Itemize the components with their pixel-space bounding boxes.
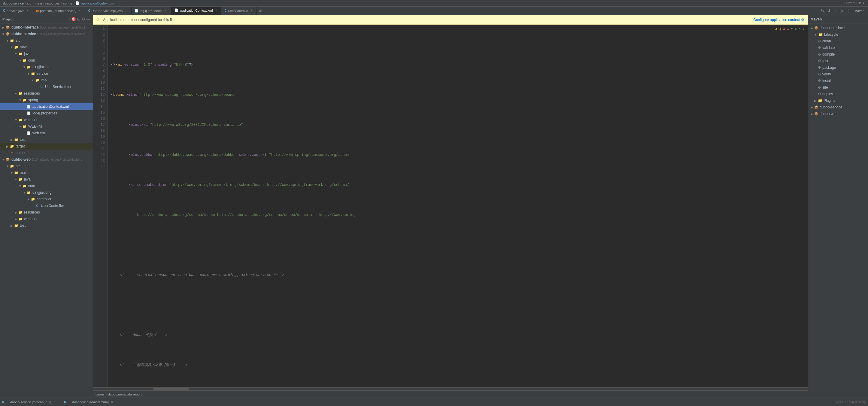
tree-arrow-webapp[interactable]: ▼ <box>14 118 18 122</box>
tab-action-download[interactable]: ⬇ <box>827 8 832 14</box>
tree-item-web-dingjiaxiong[interactable]: ▼ 📁 dingjiaxiong <box>0 189 93 196</box>
tree-item-target[interactable]: ▶ 📁 target <box>0 143 93 150</box>
tree-item-web-webapp[interactable]: ▶ 📁 webapp <box>0 216 93 222</box>
sidebar-btn-collapse[interactable]: ⊟ <box>77 17 81 21</box>
maven-header[interactable]: Maven <box>808 15 868 24</box>
toolbar-scope[interactable]: Current File ▾ <box>844 1 864 5</box>
tree-item-dingjiaxiong[interactable]: ▼ 📁 dingjiaxiong <box>0 64 93 70</box>
tree-arrow-java[interactable]: ▼ <box>14 52 18 56</box>
tree-arrow-service[interactable]: ▼ <box>26 72 31 75</box>
tree-arrow-dubbo-interface[interactable]: ▶ <box>1 26 5 29</box>
tree-arrow-web-controller[interactable]: ▼ <box>26 197 31 201</box>
maven-item-validate[interactable]: ⚙ validate <box>808 44 868 51</box>
tree-arrow-dubbo-service[interactable]: ▼ <box>1 32 5 36</box>
code-content[interactable]: ▲ 3 ▲ 1 ▼ 5 ∧ ∨ <?xml version="1.0" enco… <box>107 25 808 387</box>
tree-arrow-web-test[interactable]: ▶ <box>10 224 14 227</box>
maven-tab[interactable]: Maven <box>853 9 866 12</box>
tree-item-spring[interactable]: ▼ 📁 spring <box>0 97 93 103</box>
tree-item-webapp[interactable]: ▼ 📁 webapp <box>0 117 93 123</box>
tree-arrow-web-dingjiaxiong[interactable]: ▼ <box>22 191 26 194</box>
maven-item-lifecycle[interactable]: ▼ 📁 Lifecycle <box>808 31 868 38</box>
tree-arrow-com[interactable]: ▼ <box>18 59 22 62</box>
tab-usercontroller[interactable]: C UserControlle × <box>221 7 256 15</box>
tree-item-impl[interactable]: ▼ 📁 impl <box>0 77 93 84</box>
maven-item-clean[interactable]: ⚙ clean <box>808 38 868 44</box>
breadcrumb-resources[interactable]: resources <box>45 1 60 5</box>
breadcrumb-spring[interactable]: spring <box>63 1 72 5</box>
tree-arrow-impl[interactable]: ▼ <box>31 79 35 82</box>
tree-arrow-target[interactable]: ▶ <box>5 145 10 148</box>
tree-arrow-dubbo-web[interactable]: ▼ <box>1 158 5 161</box>
tree-item-web-src[interactable]: ▼ 📁 src <box>0 163 93 169</box>
tree-item-web-com[interactable]: ▼ 📁 com <box>0 183 93 189</box>
tree-arrow-web-webapp[interactable]: ▶ <box>14 217 18 221</box>
tab-usercontroller-close[interactable]: × <box>249 9 253 13</box>
sidebar-btn-locate[interactable]: 🎯 <box>71 17 76 21</box>
maven-item-dubbo-service[interactable]: ▶ 📦 dubbo-service <box>808 104 868 111</box>
tab-service[interactable]: C Service.java × <box>0 7 33 15</box>
sidebar-btn-settings[interactable]: ⚙ <box>82 17 85 21</box>
tree-item-service[interactable]: ▼ 📁 service <box>0 70 93 77</box>
tree-item-web-java[interactable]: ▼ 📁 java <box>0 176 93 183</box>
tab-pom-close[interactable]: × <box>78 9 82 13</box>
tree-item-web-resources[interactable]: ▶ 📁 resources <box>0 209 93 216</box>
tree-item-web-xml[interactable]: 📄 web.xml <box>0 130 93 136</box>
tree-arrow-web-main[interactable]: ▼ <box>10 171 14 175</box>
tab-appcontext-close[interactable]: × <box>214 8 218 12</box>
tree-arrow-web-src[interactable]: ▼ <box>5 164 10 168</box>
tree-item-java[interactable]: ▼ 📁 java <box>0 51 93 57</box>
tree-item-web-main[interactable]: ▼ 📁 main <box>0 169 93 176</box>
tab-log4j-close[interactable]: × <box>164 9 168 13</box>
tree-item-userserviceimpl[interactable]: C UserServiceImpl <box>0 84 93 90</box>
tree-arrow-dingjiaxiong[interactable]: ▼ <box>22 65 26 69</box>
path-item-metadata[interactable]: dubbo:metadata-report <box>108 393 142 396</box>
tree-item-web-test[interactable]: ▶ 📁 test <box>0 222 93 229</box>
path-item-beans[interactable]: beans <box>95 393 104 396</box>
sidebar-dropdown[interactable]: ▾ <box>68 18 70 21</box>
tree-item-web-controller[interactable]: ▼ 📁 controller <box>0 196 93 202</box>
scroll-down-btn[interactable]: ∨ <box>802 26 804 32</box>
tab-pom[interactable]: m pom.xml (dubbo-service) × <box>33 7 85 15</box>
maven-item-compile[interactable]: ⚙ compile <box>808 51 868 58</box>
tree-item-dubbo-interface[interactable]: ▶ 📦 dubbo-interface D:\DingJiaxiong\Idea… <box>0 24 93 31</box>
tab-userserviceimpl-close[interactable]: × <box>124 9 128 13</box>
tab-log4j[interactable]: 📄 log4j.properties × <box>131 7 171 15</box>
tab-appcontext[interactable]: 📄 applicationContext.xml × <box>171 7 222 15</box>
maven-item-verify[interactable]: ⚙ verify <box>808 71 868 77</box>
editor-scrollbar[interactable] <box>93 387 808 391</box>
tree-arrow-web-java[interactable]: ▼ <box>14 178 18 181</box>
maven-item-site[interactable]: ⚙ site <box>808 84 868 91</box>
tree-item-dubbo-service[interactable]: ▼ 📦 dubbo-service D:\DingJiaxiong\IdeaPr… <box>0 31 93 37</box>
tree-item-web-inf[interactable]: ▼ 📁 WEB-INF <box>0 123 93 130</box>
tab-action-refresh[interactable]: ↻ <box>820 8 825 14</box>
tree-item-appcontext[interactable]: 📄 applicationContext.xml <box>0 103 93 110</box>
tab-action-add[interactable]: + <box>833 8 837 14</box>
tab-overflow-btn[interactable]: ≫ <box>257 7 264 15</box>
tree-item-com[interactable]: ▼ 📁 com <box>0 57 93 64</box>
tree-item-test[interactable]: ▶ 📁 test <box>0 136 93 143</box>
tree-arrow-main[interactable]: ▼ <box>10 45 14 49</box>
scrollbar-thumb[interactable] <box>153 388 189 390</box>
maven-item-dubbo-web[interactable]: ▶ 📦 dubbo-web <box>808 111 868 117</box>
tree-item-dubbo-web[interactable]: ▼ 📦 dubbo-web D:\DingJiaxiong\IdeaProjec… <box>0 156 93 163</box>
breadcrumb-project[interactable]: dubbo-service <box>3 1 24 5</box>
maven-item-test[interactable]: ⚙ test <box>808 58 868 64</box>
code-editor[interactable]: 1 2 3 4 5 6 7 8 9 10 11 12 13 14 15 16 1… <box>93 25 808 387</box>
tree-arrow-web-inf[interactable]: ▼ <box>18 125 22 128</box>
tree-item-main[interactable]: ▼ 📁 main <box>0 44 93 51</box>
breadcrumb-src[interactable]: src <box>27 1 32 5</box>
configure-app-context-link[interactable]: Configure application context ⚙ <box>753 18 804 22</box>
maven-item-plugins[interactable]: ▶ 📁 Plugins <box>808 97 868 104</box>
tree-arrow-web-resources[interactable]: ▶ <box>14 211 18 214</box>
error-count-badge[interactable]: ▲ 3 ▲ 1 ▼ 5 ∧ ∨ <box>775 26 804 32</box>
sidebar-btn-close[interactable]: — <box>87 17 90 21</box>
maven-item-deploy[interactable]: ⚙ deploy <box>808 91 868 97</box>
maven-item-install[interactable]: ⚙ install <box>808 77 868 84</box>
tree-item-resources[interactable]: ▼ 📁 resources <box>0 90 93 97</box>
tree-arrow-resources[interactable]: ▼ <box>14 92 18 95</box>
tree-item-log4j[interactable]: 📄 log4j.properties <box>0 110 93 117</box>
tab-action-more[interactable]: ⋮ <box>845 8 851 14</box>
tree-arrow-src[interactable]: ▼ <box>5 39 10 42</box>
scroll-up-btn[interactable]: ∧ <box>799 26 801 32</box>
maven-item-package[interactable]: ⚙ package <box>808 64 868 71</box>
